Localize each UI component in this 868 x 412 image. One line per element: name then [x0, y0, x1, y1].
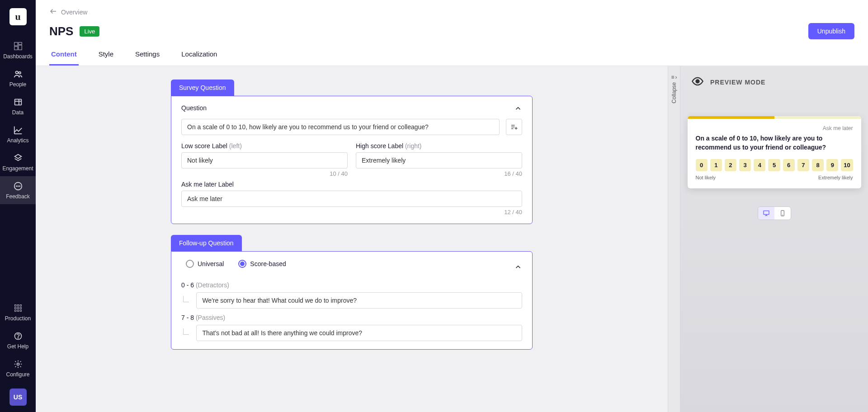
sidebar-item-data[interactable]: Data	[0, 92, 36, 120]
status-badge: Live	[80, 26, 99, 37]
score-button-9[interactable]: 9	[826, 159, 838, 171]
back-link-label: Overview	[61, 9, 87, 16]
followup-question-section: Follow-up Question Universal Score-b	[171, 235, 533, 350]
survey-question-section-tab[interactable]: Survey Question	[171, 80, 234, 96]
ask-later-input[interactable]	[181, 191, 522, 207]
sidebar-item-production[interactable]: Production	[0, 298, 36, 326]
high-score-input[interactable]	[356, 152, 522, 169]
sidebar-item-get-help[interactable]: Get Help	[0, 326, 36, 354]
score-button-5[interactable]: 5	[768, 159, 780, 171]
svg-point-15	[19, 186, 20, 186]
score-button-3[interactable]: 3	[739, 159, 751, 171]
detractors-label: 0 - 6 (Detractors)	[181, 281, 522, 289]
svg-rect-1	[18, 42, 21, 45]
svg-point-27	[17, 363, 19, 365]
question-label: Question	[181, 104, 207, 112]
sidebar-item-configure[interactable]: Configure	[0, 354, 36, 382]
followup-radio-score-based[interactable]: Score-based	[238, 260, 286, 268]
app-logo[interactable]: u	[9, 8, 27, 25]
followup-radio-universal[interactable]: Universal	[186, 260, 224, 268]
variable-insert-button[interactable]	[506, 119, 522, 135]
sidebar-item-feedback[interactable]: Feedback	[0, 176, 36, 204]
preview-ask-later-link[interactable]: Ask me later	[696, 125, 853, 131]
score-button-2[interactable]: 2	[725, 159, 736, 171]
collapse-label: Collapse	[671, 82, 677, 103]
low-score-input[interactable]	[181, 152, 348, 169]
chevron-up-icon[interactable]	[514, 263, 522, 273]
question-input[interactable]	[181, 119, 500, 135]
top-bar: Overview NPS Live Unpublish ContentStyle…	[36, 0, 868, 66]
nav-item-label: Production	[5, 315, 31, 322]
sidebar-item-engagement[interactable]: Engagement	[0, 148, 36, 176]
followup-question-section-tab[interactable]: Follow-up Question	[171, 235, 242, 251]
chevron-up-icon[interactable]	[514, 104, 522, 114]
svg-point-13	[16, 186, 16, 186]
preview-question-text: On a scale of 0 to 10, how likely are yo…	[696, 134, 853, 152]
score-button-8[interactable]: 8	[812, 159, 824, 171]
back-to-overview-link[interactable]: Overview	[49, 7, 854, 17]
tabs: ContentStyleSettingsLocalization	[49, 50, 854, 66]
people-icon	[13, 69, 24, 80]
main-content: Overview NPS Live Unpublish ContentStyle…	[36, 0, 868, 412]
tab-style[interactable]: Style	[97, 50, 115, 66]
tree-connector-icon	[183, 328, 189, 335]
passives-input[interactable]	[196, 325, 522, 341]
detractors-input[interactable]	[196, 292, 522, 309]
svg-rect-24	[20, 310, 21, 311]
ask-later-label: Ask me later Label	[181, 181, 522, 188]
svg-point-14	[18, 186, 18, 186]
high-score-label: High score Label (right)	[356, 142, 522, 150]
svg-point-26	[18, 338, 18, 338]
nav-item-label: Dashboards	[3, 53, 33, 60]
tree-connector-icon	[183, 296, 189, 302]
unpublish-button[interactable]: Unpublish	[808, 23, 854, 39]
environment-badge[interactable]: US	[9, 389, 27, 406]
sidebar-item-analytics[interactable]: Analytics	[0, 120, 36, 148]
preview-score-row: 012345678910	[696, 159, 853, 171]
sidebar: u DashboardsPeopleDataAnalyticsEngagemen…	[0, 0, 36, 412]
collapse-toggle[interactable]: ≡› Collapse	[668, 66, 680, 412]
score-button-7[interactable]: 7	[797, 159, 809, 171]
arrow-left-icon	[49, 7, 57, 17]
device-mobile-button[interactable]	[774, 207, 791, 220]
tab-localization[interactable]: Localization	[179, 50, 219, 66]
nav-item-label: Feedback	[6, 193, 30, 200]
svg-rect-21	[20, 307, 21, 309]
passives-label: 7 - 8 (Passives)	[181, 314, 522, 321]
sidebar-item-people[interactable]: People	[0, 64, 36, 92]
svg-rect-6	[14, 99, 21, 105]
score-button-0[interactable]: 0	[696, 159, 708, 171]
low-score-label: Low score Label (left)	[181, 142, 348, 150]
svg-rect-16	[14, 305, 16, 306]
svg-rect-35	[764, 211, 769, 215]
preview-mode-label: PREVIEW MODE	[710, 79, 765, 86]
score-button-4[interactable]: 4	[754, 159, 765, 171]
device-toggle	[758, 206, 791, 220]
svg-rect-20	[17, 307, 19, 309]
svg-rect-3	[14, 47, 17, 50]
grid-icon	[13, 303, 24, 314]
svg-rect-18	[20, 305, 21, 306]
svg-rect-0	[14, 42, 17, 46]
dashboards-icon	[13, 41, 24, 52]
engagement-icon	[13, 153, 24, 164]
score-button-10[interactable]: 10	[841, 159, 853, 171]
svg-marker-11	[14, 154, 21, 159]
preview-low-label: Not likely	[696, 175, 716, 180]
tab-content[interactable]: Content	[49, 50, 79, 66]
feedback-icon	[13, 181, 24, 192]
eye-icon	[691, 75, 704, 89]
score-button-6[interactable]: 6	[783, 159, 795, 171]
page-title: NPS	[49, 24, 73, 38]
help-icon	[13, 331, 24, 342]
sidebar-item-dashboards[interactable]: Dashboards	[0, 36, 36, 64]
preview-high-label: Extremely likely	[818, 175, 853, 180]
svg-rect-19	[14, 307, 16, 309]
score-button-1[interactable]: 1	[710, 159, 722, 171]
svg-point-5	[19, 72, 21, 74]
high-score-char-count: 16 / 40	[356, 170, 522, 177]
tab-settings[interactable]: Settings	[133, 50, 161, 66]
gear-icon	[13, 359, 24, 370]
collapse-icon: ≡›	[671, 74, 677, 80]
device-desktop-button[interactable]	[758, 207, 774, 220]
